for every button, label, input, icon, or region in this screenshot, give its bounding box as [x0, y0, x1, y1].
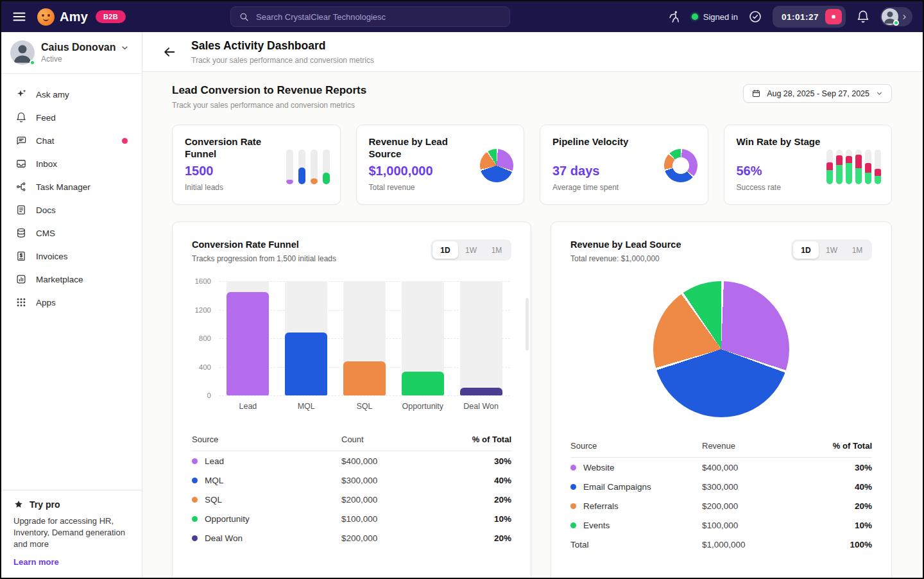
hamburger-icon[interactable]: [12, 9, 27, 24]
kpi-caption: Initial leads: [185, 183, 270, 192]
bell-icon: [15, 112, 27, 123]
table-row: Deal Won$200,00020%: [192, 528, 511, 548]
sidebar-nav: Ask amyFeedChatInboxTask ManagerDocsCMSI…: [1, 74, 142, 314]
range-option-1m[interactable]: 1M: [844, 241, 870, 259]
chart-box-icon: [15, 273, 27, 285]
x-axis-label: SQL: [336, 402, 394, 411]
kpi-caption: Total revenue: [369, 183, 454, 192]
row-pct: 10%: [460, 514, 511, 524]
user-card[interactable]: Caius Donovan Active: [1, 32, 142, 74]
revenue-panel: Revenue by Lead Source Total revenue: $1…: [551, 221, 892, 578]
back-button[interactable]: [162, 45, 176, 59]
row-dot: [192, 497, 198, 503]
bar-mql: [285, 333, 327, 395]
user-menu[interactable]: [880, 7, 912, 26]
row-dot: [192, 458, 198, 464]
scrollbar-thumb[interactable]: [526, 298, 529, 350]
range-option-1w[interactable]: 1W: [458, 241, 484, 259]
page-header: Sales Activity Dashboard Track your sale…: [143, 32, 923, 72]
row-label: Deal Won: [205, 533, 243, 543]
table-header-cell: Count: [341, 435, 460, 444]
chat-unread-dot: [122, 138, 128, 144]
sidebar-item-feed[interactable]: Feed: [1, 106, 142, 129]
kpi-mini-chart: [826, 135, 881, 195]
row-value: $100,000: [702, 521, 821, 530]
y-axis-label: 800: [199, 334, 211, 342]
sidebar-item-label: Task Manager: [36, 182, 90, 192]
sidebar-item-label: Chat: [36, 136, 55, 146]
sidebar-item-task-manager[interactable]: Task Manager: [1, 175, 142, 198]
signed-in-label: Signed in: [703, 12, 738, 22]
row-label: Website: [583, 463, 615, 472]
amy-logo: [37, 8, 55, 26]
bell-icon[interactable]: [856, 10, 870, 24]
row-value: $1,000,000: [702, 540, 821, 549]
y-axis-label: 400: [199, 363, 211, 371]
range-toggle: 1D1W1M: [791, 239, 872, 261]
table-row: Website$400,00030%: [570, 458, 872, 477]
row-value: $300,000: [341, 476, 460, 485]
range-option-1m[interactable]: 1M: [484, 241, 509, 259]
row-label: Events: [583, 521, 610, 530]
date-range-label: Aug 28, 2025 - Sep 27, 2025: [767, 89, 869, 98]
database-icon: [15, 227, 27, 239]
kpi-caption: Success rate: [737, 183, 821, 192]
table-header-cell: % of Total: [460, 435, 511, 444]
sidebar-item-docs[interactable]: Docs: [1, 198, 142, 221]
table-header-cell: Source: [570, 441, 702, 451]
kpi-title: Win Rate by Stage: [737, 135, 821, 160]
funnel-table: SourceCount% of TotalLead$400,00030%MQL$…: [192, 435, 511, 548]
invoice-icon: [15, 250, 27, 262]
chat-icon: [15, 135, 27, 146]
sidebar-item-cms[interactable]: CMS: [1, 221, 142, 245]
row-pct: 40%: [821, 482, 872, 492]
sidebar-item-apps[interactable]: Apps: [1, 291, 142, 314]
table-row: Opportunity$100,00010%: [192, 509, 511, 528]
range-option-1w[interactable]: 1W: [819, 241, 844, 259]
kpi-card: Win Rate by Stage56%Success rate: [724, 125, 893, 205]
row-pct: 20%: [460, 533, 511, 543]
sidebar-item-inbox[interactable]: Inbox: [1, 152, 142, 175]
sidebar-item-ask-amy[interactable]: Ask amy: [1, 83, 142, 106]
kpi-mini-chart: [275, 135, 330, 195]
date-range-button[interactable]: Aug 28, 2025 - Sep 27, 2025: [743, 84, 892, 103]
topbar: Amy B2B Signed in 01:01:27: [1, 1, 923, 32]
table-row: MQL$300,00040%: [192, 471, 511, 490]
kpi-caption: Average time spent: [552, 183, 637, 192]
panel-title: Conversion Rate Funnel: [192, 239, 336, 250]
star-icon: [13, 499, 24, 510]
user-status: Active: [41, 55, 130, 64]
verified-check-icon[interactable]: [748, 10, 762, 24]
kpi-value: $1,000,000: [369, 164, 454, 178]
page-title: Sales Activity Dashboard: [191, 39, 374, 53]
range-option-1d[interactable]: 1D: [793, 241, 819, 259]
learn-more-link[interactable]: Learn more: [13, 557, 59, 567]
bar-sql: [343, 361, 386, 395]
range-toggle: 1D1W1M: [431, 239, 511, 261]
bar-deal-won: [460, 388, 502, 395]
panel-subtitle: Total revenue: $1,000,000: [570, 254, 681, 263]
inbox-icon: [15, 158, 27, 169]
row-dot: [192, 535, 198, 541]
stretch-icon[interactable]: [667, 10, 681, 24]
sidebar-item-label: Apps: [36, 298, 56, 307]
nodes-icon: [15, 181, 27, 193]
revenue-table: SourceRevenue% of TotalWebsite$400,00030…: [570, 441, 872, 554]
row-dot: [570, 465, 576, 471]
global-search[interactable]: [230, 6, 510, 27]
sidebar-item-label: Feed: [36, 113, 56, 123]
sparkle-icon: [15, 89, 27, 100]
sidebar-item-invoices[interactable]: Invoices: [1, 245, 142, 268]
sidebar-item-chat[interactable]: Chat: [1, 129, 142, 152]
stop-timer-button[interactable]: [825, 9, 842, 24]
page-subtitle: Track your sales performance and convers…: [191, 56, 374, 65]
search-input[interactable]: [255, 12, 502, 22]
sidebar-item-label: Ask amy: [36, 90, 69, 99]
table-row: Email Campaigns$300,00040%: [570, 477, 872, 496]
range-option-1d[interactable]: 1D: [432, 241, 458, 259]
y-axis-label: 1600: [194, 277, 211, 285]
main-area: Sales Activity Dashboard Track your sale…: [143, 32, 923, 578]
sidebar-item-marketplace[interactable]: Marketplace: [1, 268, 142, 291]
row-value: $200,000: [341, 495, 460, 505]
chevron-down-icon: [120, 43, 130, 53]
